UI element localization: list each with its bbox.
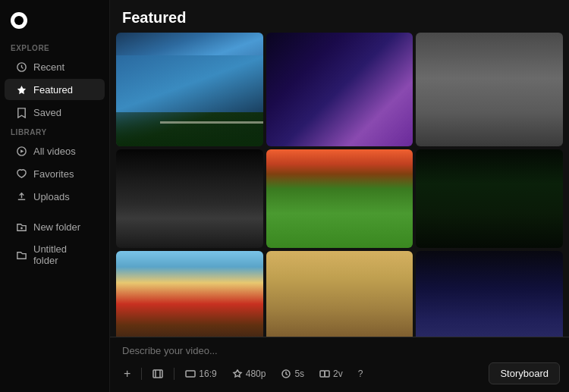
recent-icon: [15, 61, 27, 73]
recent-label: Recent: [33, 61, 64, 73]
uploads-icon: [15, 190, 27, 202]
quality-button[interactable]: 480p: [228, 365, 271, 382]
gallery-item-stone-face[interactable]: [416, 33, 563, 146]
gallery-item-astronaut[interactable]: [266, 33, 413, 146]
explore-section-label: Explore: [0, 39, 109, 55]
svg-marker-8: [234, 370, 241, 377]
prompt-input[interactable]: [119, 345, 560, 356]
duration-label: 5s: [294, 368, 304, 379]
app-logo: [0, 8, 109, 39]
sidebar-item-favorites[interactable]: Favorites: [5, 163, 105, 184]
sidebar-item-uploads[interactable]: Uploads: [5, 186, 105, 207]
untitled-folder-label: Untitled folder: [33, 243, 94, 266]
add-icon: +: [124, 367, 130, 381]
uploads-label: Uploads: [33, 191, 70, 202]
gallery-item-dark-forest[interactable]: [416, 149, 563, 248]
favorites-icon: [15, 168, 27, 180]
media-icon: [152, 368, 163, 379]
main-content: Featured: [110, 0, 569, 392]
duration-icon: [281, 368, 291, 379]
sidebar-item-new-folder[interactable]: New folder: [5, 216, 105, 237]
storyboard-button[interactable]: Storyboard: [489, 362, 560, 384]
library-section-label: Library: [0, 124, 109, 140]
gallery-item-astronaut2[interactable]: [416, 251, 563, 337]
sidebar-item-all-videos[interactable]: All videos: [5, 140, 105, 162]
svg-rect-7: [186, 371, 195, 377]
logo-icon: [11, 12, 27, 29]
bottom-bar: + 16:9: [110, 337, 569, 392]
logo-inner: [14, 16, 24, 25]
untitled-folder-icon: [15, 249, 27, 261]
new-folder-label: New folder: [33, 221, 80, 233]
version-button[interactable]: 2v: [315, 365, 347, 382]
favorites-label: Favorites: [33, 168, 74, 180]
separator-1: [141, 368, 142, 380]
gallery-item-grass-sunset[interactable]: [266, 149, 413, 248]
featured-label: Featured: [33, 84, 73, 96]
svg-marker-3: [20, 149, 24, 153]
aspect-ratio-icon: [185, 368, 196, 379]
page-title: Featured: [122, 9, 557, 27]
gallery-area: [110, 33, 569, 337]
new-folder-icon: [15, 221, 27, 233]
version-icon: [319, 368, 330, 379]
help-icon: ?: [358, 368, 363, 379]
featured-icon: [15, 83, 27, 96]
aspect-ratio-button[interactable]: 16:9: [181, 365, 221, 382]
gallery-item-desert-road[interactable]: [266, 251, 413, 337]
svg-rect-11: [325, 371, 329, 377]
all-videos-icon: [15, 145, 27, 157]
gallery-item-mountains[interactable]: [116, 33, 263, 146]
quality-label: 480p: [246, 368, 266, 379]
aspect-ratio-label: 16:9: [199, 368, 216, 379]
main-header: Featured: [110, 0, 569, 33]
storyboard-label: Storyboard: [500, 368, 549, 379]
all-videos-label: All videos: [33, 146, 76, 157]
sidebar-item-featured[interactable]: Featured: [5, 79, 105, 100]
svg-rect-10: [320, 371, 325, 377]
gallery-item-smoke[interactable]: [116, 149, 263, 248]
version-label: 2v: [333, 368, 343, 379]
gallery-grid: [116, 33, 563, 337]
saved-label: Saved: [33, 107, 61, 118]
media-button[interactable]: [148, 365, 168, 382]
help-button[interactable]: ?: [354, 365, 368, 382]
saved-icon: [15, 106, 27, 118]
gallery-item-beach-car[interactable]: [116, 251, 263, 337]
sidebar: Explore Recent Featured: [0, 0, 110, 392]
svg-rect-6: [153, 370, 162, 378]
svg-marker-1: [17, 85, 25, 93]
sidebar-item-saved[interactable]: Saved: [5, 102, 105, 123]
quality-icon: [232, 368, 243, 379]
add-button[interactable]: +: [119, 364, 135, 384]
toolbar-row: + 16:9: [119, 362, 560, 384]
duration-button[interactable]: 5s: [276, 365, 309, 382]
sidebar-item-untitled-folder[interactable]: Untitled folder: [5, 239, 105, 271]
separator-2: [174, 368, 174, 380]
sidebar-item-recent[interactable]: Recent: [5, 56, 105, 77]
